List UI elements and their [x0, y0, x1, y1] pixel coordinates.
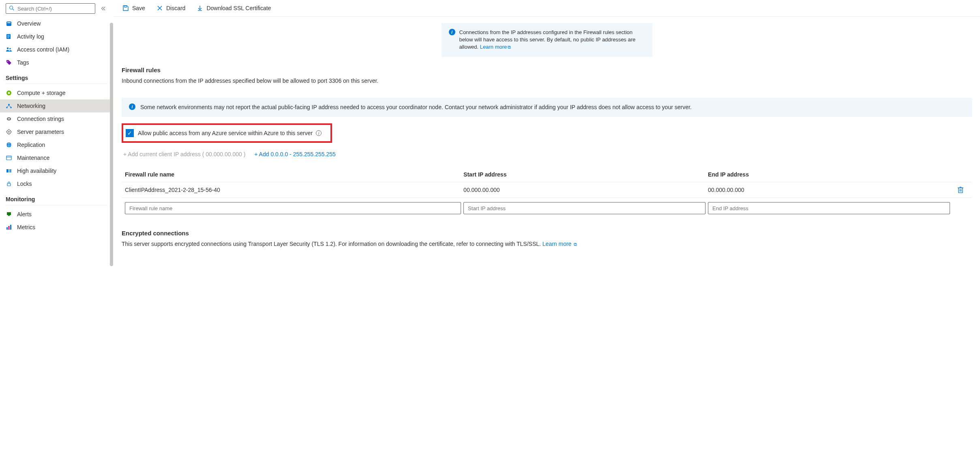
svg-point-9 — [9, 48, 11, 50]
main-content: Save Discard Download SSL Certificate i … — [114, 0, 980, 465]
sidebar-item-networking[interactable]: Networking — [0, 99, 113, 112]
info-banner-network: i Some network environments may not repo… — [122, 98, 972, 117]
alerts-icon — [6, 211, 12, 217]
globe-icon — [6, 142, 12, 148]
search-input[interactable] — [6, 3, 95, 14]
sidebar-item-label: Access control (IAM) — [17, 46, 69, 53]
delete-rule-button[interactable] — [952, 186, 969, 194]
sidebar-item-label: Networking — [17, 103, 45, 109]
svg-point-10 — [7, 61, 8, 62]
lock-icon — [6, 181, 12, 187]
search-field[interactable] — [6, 3, 95, 14]
tag-icon — [6, 59, 12, 66]
svg-rect-29 — [6, 169, 9, 172]
people-icon — [6, 46, 12, 53]
database-icon — [6, 20, 12, 27]
gear-icon — [6, 129, 12, 135]
sidebar-item-activity-log[interactable]: Activity log — [0, 30, 113, 43]
info-banner-firewall: i Connections from the IP addresses conf… — [442, 23, 652, 57]
collapse-sidebar-button[interactable] — [99, 4, 107, 13]
sidebar-item-label: Activity log — [17, 33, 44, 40]
svg-rect-2 — [6, 22, 11, 26]
info-icon: i — [129, 103, 135, 110]
learn-more-link[interactable]: Learn more⧉ — [480, 44, 511, 50]
sidebar-item-locks[interactable]: Locks — [0, 177, 113, 190]
sidebar-item-compute-storage[interactable]: Compute + storage — [0, 86, 113, 99]
log-icon — [6, 33, 12, 40]
svg-line-1 — [13, 9, 14, 11]
encrypted-connections-title: Encrypted connections — [122, 230, 972, 237]
connection-icon — [6, 116, 12, 122]
sidebar-item-high-availability[interactable]: High availability — [0, 164, 113, 177]
sidebar-item-connection-strings[interactable]: Connection strings — [0, 112, 113, 125]
svg-point-8 — [7, 47, 9, 49]
sidebar: Overview Activity log Access control (IA… — [0, 0, 114, 465]
svg-line-16 — [7, 105, 9, 107]
column-header-end-ip: End IP address — [708, 171, 950, 178]
sidebar-item-overview[interactable]: Overview — [0, 17, 113, 30]
sidebar-item-label: Locks — [17, 181, 32, 187]
column-header-name: Firewall rule name — [125, 171, 461, 178]
allow-azure-label: Allow public access from any Azure servi… — [138, 130, 313, 136]
save-icon — [122, 5, 129, 11]
button-label: Discard — [166, 5, 185, 11]
svg-rect-31 — [7, 183, 11, 186]
trash-icon — [957, 186, 964, 194]
sidebar-item-tags[interactable]: Tags — [0, 56, 113, 69]
divider — [6, 205, 107, 205]
sidebar-item-label: Connection strings — [17, 116, 64, 122]
sidebar-item-metrics[interactable]: Metrics — [0, 221, 113, 234]
svg-rect-33 — [6, 227, 8, 230]
sidebar-scrollbar[interactable] — [110, 23, 113, 465]
sidebar-item-alerts[interactable]: Alerts — [0, 208, 113, 221]
add-client-ip-link[interactable]: + Add current client IP address ( 00.000… — [123, 151, 245, 157]
sidebar-item-access-control[interactable]: Access control (IAM) — [0, 43, 113, 56]
svg-rect-3 — [7, 22, 11, 23]
compute-icon — [6, 90, 12, 96]
svg-rect-27 — [6, 156, 11, 160]
svg-point-19 — [8, 131, 10, 133]
close-icon — [157, 5, 163, 11]
allow-azure-access-highlight: ✓ Allow public access from any Azure ser… — [122, 123, 332, 143]
firewall-rules-table: Firewall rule name Start IP address End … — [122, 167, 972, 218]
svg-point-0 — [10, 6, 13, 9]
divider — [6, 84, 107, 84]
sidebar-item-label: Maintenance — [17, 155, 49, 161]
networking-icon — [6, 103, 12, 109]
add-ip-range-link[interactable]: + Add 0.0.0.0 - 255.255.255.255 — [254, 151, 335, 157]
table-row: ClientIPAddress_2021-2-28_15-56-40 00.00… — [122, 182, 972, 198]
sidebar-item-server-parameters[interactable]: Server parameters — [0, 125, 113, 138]
table-input-row — [122, 198, 972, 218]
save-button[interactable]: Save — [121, 4, 147, 12]
info-icon: i — [449, 29, 455, 35]
cell-start-ip: 00.000.00.000 — [463, 187, 706, 193]
sidebar-item-label: Tags — [17, 59, 29, 66]
svg-point-12 — [8, 92, 10, 94]
sidebar-item-replication[interactable]: Replication — [0, 138, 113, 151]
sidebar-item-maintenance[interactable]: Maintenance — [0, 151, 113, 164]
sidebar-item-label: Replication — [17, 142, 45, 148]
firewall-rules-desc: Inbound connections from the IP addresse… — [122, 78, 972, 84]
sidebar-item-label: High availability — [17, 168, 56, 174]
svg-point-13 — [8, 104, 10, 105]
svg-line-17 — [9, 105, 11, 107]
rule-name-input[interactable] — [125, 202, 461, 214]
sidebar-item-label: Server parameters — [17, 129, 64, 135]
check-icon: ✓ — [127, 130, 132, 136]
encrypted-desc: This server supports encrypted connectio… — [122, 241, 543, 247]
banner-text: Some network environments may not report… — [140, 103, 692, 112]
end-ip-input[interactable] — [708, 202, 950, 214]
search-icon — [9, 5, 15, 11]
toolbar: Save Discard Download SSL Certificate — [114, 0, 980, 17]
info-icon[interactable]: i — [316, 130, 322, 136]
sidebar-section-settings: Settings — [0, 69, 113, 84]
download-icon — [197, 5, 203, 11]
discard-button[interactable]: Discard — [155, 4, 187, 12]
button-label: Save — [132, 5, 145, 11]
start-ip-input[interactable] — [463, 202, 706, 214]
download-ssl-button[interactable]: Download SSL Certificate — [195, 4, 272, 12]
sidebar-item-label: Overview — [17, 20, 41, 27]
external-link-icon: ⧉ — [508, 45, 511, 50]
learn-more-link[interactable]: Learn more ⧉ — [543, 241, 577, 247]
allow-azure-checkbox[interactable]: ✓ — [126, 129, 134, 137]
